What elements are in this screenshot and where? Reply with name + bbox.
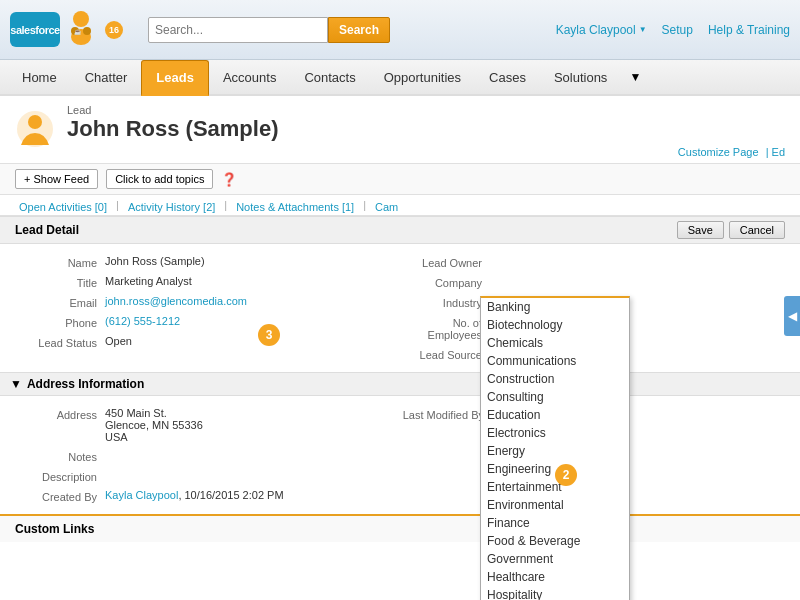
lead-owner-field-row: Lead Owner (400, 252, 785, 272)
lead-name: John Ross (Sample) (67, 116, 785, 142)
phone-value[interactable]: (612) 555-1212 (105, 315, 180, 327)
customize-page-link[interactable]: Customize Page (674, 144, 763, 160)
cancel-button[interactable]: Cancel (729, 221, 785, 239)
custom-links-header: Custom Links (15, 522, 94, 536)
nav-leads[interactable]: Leads (141, 60, 209, 96)
help-training-link[interactable]: Help & Training (708, 23, 790, 37)
address-grid: Address 450 Main St. Glencoe, MN 55336 U… (15, 404, 785, 506)
address-line2: Glencoe, MN 55336 (105, 419, 203, 431)
help-icon[interactable]: ❓ (221, 172, 237, 187)
dropdown-item-food-&-beverage[interactable]: Food & Beverage (481, 532, 629, 550)
dropdown-item-education[interactable]: Education (481, 406, 629, 424)
search-button[interactable]: Search (328, 17, 390, 43)
company-label: Company (400, 275, 490, 289)
industry-dropdown[interactable]: BankingBiotechnologyChemicalsCommunicati… (480, 296, 630, 600)
nav-contacts[interactable]: Contacts (290, 60, 369, 96)
dropdown-item-entertainment[interactable]: Entertainment (481, 478, 629, 496)
address-header: ▼ Address Information (0, 372, 800, 396)
name-label: Name (15, 255, 105, 269)
logo-box: salesforce (10, 12, 60, 47)
dropdown-item-healthcare[interactable]: Healthcare (481, 568, 629, 586)
user-name: Kayla Claypool (556, 23, 636, 37)
logo-text: salesforce (10, 24, 59, 36)
nav-home[interactable]: Home (8, 60, 71, 96)
address-section: ▼ Address Information Address 450 Main S… (0, 372, 800, 514)
dropdown-item-electronics[interactable]: Electronics (481, 424, 629, 442)
address-field-row: Address 450 Main St. Glencoe, MN 55336 U… (15, 404, 398, 446)
nav-more[interactable]: ▼ (621, 60, 649, 94)
svg-point-6 (28, 115, 42, 129)
svg-text:☕: ☕ (74, 28, 82, 36)
badge-2: 2 (555, 464, 577, 486)
lead-header: Lead John Ross (Sample) Customize Page |… (0, 96, 800, 164)
company-field-row: Company (400, 272, 785, 292)
lead-actions-top: Customize Page | Ed (67, 146, 785, 158)
svg-point-3 (83, 27, 91, 35)
name-field-row: Name John Ross (Sample) (15, 252, 400, 272)
mascot-icon: ☕ (60, 9, 102, 51)
created-by-label: Created By (15, 489, 105, 503)
lead-detail-title: Lead Detail (15, 223, 79, 237)
dropdown-item-hospitality[interactable]: Hospitality (481, 586, 629, 600)
nav-chatter[interactable]: Chatter (71, 60, 142, 96)
nav-cases[interactable]: Cases (475, 60, 540, 96)
notes-field-row: Notes (15, 446, 398, 466)
user-dropdown-arrow: ▼ (639, 25, 647, 34)
setup-link[interactable]: Setup (662, 23, 693, 37)
title-value: Marketing Analyst (105, 275, 192, 287)
employees-label: No. of Employees (400, 315, 490, 341)
dropdown-item-finance[interactable]: Finance (481, 514, 629, 532)
title-label: Title (15, 275, 105, 289)
lead-owner-label: Lead Owner (400, 255, 490, 269)
lead-form-grid: Name John Ross (Sample) Title Marketing … (0, 244, 800, 372)
user-menu[interactable]: Kayla Claypool ▼ (556, 23, 647, 37)
lead-icon (15, 109, 55, 158)
search-input[interactable] (148, 17, 328, 43)
address-collapse-icon[interactable]: ▼ (10, 377, 22, 391)
side-arrow[interactable]: ◀ (784, 296, 800, 336)
nav-accounts[interactable]: Accounts (209, 60, 290, 96)
nav-solutions[interactable]: Solutions (540, 60, 621, 96)
dropdown-item-construction[interactable]: Construction (481, 370, 629, 388)
version-badge: 16 (105, 21, 123, 39)
salesforce-logo: salesforce ☕ 16 (10, 9, 123, 51)
header-right: Kayla Claypool ▼ Setup Help & Training (556, 23, 790, 37)
email-field-row: Email john.ross@glencomedia.com (15, 292, 400, 312)
dropdown-item-biotechnology[interactable]: Biotechnology (481, 316, 629, 334)
address-line1: 450 Main St. (105, 407, 167, 419)
custom-links-section: Custom Links (0, 514, 800, 542)
main-content: Lead John Ross (Sample) Customize Page |… (0, 96, 800, 600)
left-fields: Name John Ross (Sample) Title Marketing … (15, 252, 400, 364)
lead-status-value: Open (105, 335, 132, 347)
dropdown-item-banking[interactable]: Banking (481, 298, 629, 316)
save-cancel-buttons: Save Cancel (677, 221, 785, 239)
created-by-field-row: Created By Kayla Claypool, 10/16/2015 2:… (15, 486, 398, 506)
save-button[interactable]: Save (677, 221, 724, 239)
tab-notes-attachments[interactable]: Notes & Attachments [1] (232, 199, 358, 215)
nav-opportunities[interactable]: Opportunities (370, 60, 475, 96)
show-feed-button[interactable]: + Show Feed (15, 169, 98, 189)
email-label: Email (15, 295, 105, 309)
dropdown-item-chemicals[interactable]: Chemicals (481, 334, 629, 352)
dropdown-item-government[interactable]: Government (481, 550, 629, 568)
dropdown-item-environmental[interactable]: Environmental (481, 496, 629, 514)
industry-label: Industry (400, 295, 490, 309)
tab-activity-history[interactable]: Activity History [2] (124, 199, 219, 215)
dropdown-item-energy[interactable]: Energy (481, 442, 629, 460)
email-value[interactable]: john.ross@glencomedia.com (105, 295, 247, 307)
address-left: Address 450 Main St. Glencoe, MN 55336 U… (15, 404, 398, 506)
tab-cam[interactable]: Cam (371, 199, 402, 215)
lead-status-field-row: Lead Status Open (15, 332, 400, 352)
tab-open-activities[interactable]: Open Activities [0] (15, 199, 111, 215)
activity-tabs: Open Activities [0] | Activity History [… (0, 195, 800, 216)
dropdown-item-consulting[interactable]: Consulting (481, 388, 629, 406)
lead-title-area: Lead John Ross (Sample) Customize Page |… (67, 104, 785, 158)
description-field-row: Description (15, 466, 398, 486)
address-line3: USA (105, 431, 128, 443)
dropdown-item-communications[interactable]: Communications (481, 352, 629, 370)
address-header-title: Address Information (27, 377, 144, 391)
created-by-link[interactable]: Kayla Claypool (105, 489, 178, 501)
add-topics-button[interactable]: Click to add topics (106, 169, 213, 189)
lead-source-label: Lead Source (400, 347, 490, 361)
title-field-row: Title Marketing Analyst (15, 272, 400, 292)
